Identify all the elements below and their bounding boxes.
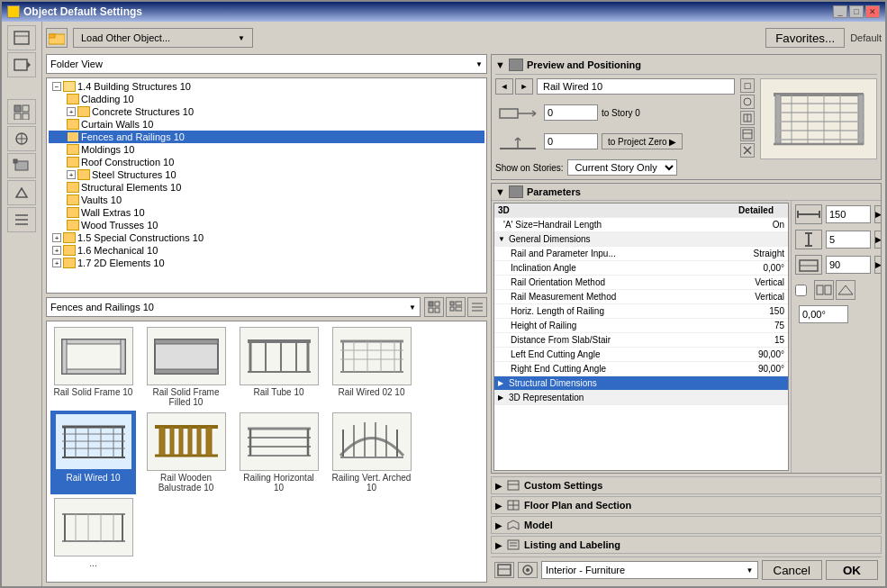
tree-item-cladding[interactable]: Cladding 10 (49, 93, 484, 105)
object-rail-wooden[interactable]: Rail Wooden Balustrade 10 (143, 411, 229, 494)
object-rail-tube[interactable]: Rail Tube 10 (236, 325, 321, 409)
rail-wired-thumb (54, 412, 133, 471)
tree-item-special[interactable]: + 1.5 Special Constructions 10 (49, 231, 484, 244)
expand-2d[interactable]: + (52, 258, 61, 267)
ctrl-icon-4a (814, 280, 834, 300)
ctrl-btn-2[interactable]: ▶ (874, 231, 881, 249)
to-story-input[interactable] (544, 104, 598, 121)
custom-settings-section[interactable]: ▶ Custom Settings (491, 476, 882, 494)
sidebar-tool-1[interactable] (7, 25, 36, 50)
svg-rect-25 (456, 307, 462, 311)
tree-item-roof[interactable]: Roof Construction 10 (49, 156, 484, 168)
title-bar: Object Default Settings _ □ ✕ (2, 2, 885, 22)
sidebar-tool-6[interactable] (7, 180, 36, 205)
sidebar-tool-3[interactable] (7, 99, 36, 124)
load-other-object-button[interactable]: Load Other Object... ▼ (73, 28, 253, 48)
expand-building[interactable]: − (52, 82, 61, 91)
maximize-button[interactable]: □ (849, 5, 864, 18)
expand-steel[interactable]: + (67, 170, 76, 179)
parameters-table: 3D Detailed 'A' Size=Handrail Length On (493, 203, 789, 471)
title-bar-left: Object Default Settings (7, 5, 142, 18)
nav-next-button[interactable]: ► (515, 78, 533, 95)
object-railing-vert-arched[interactable]: Railing Vert. Arched 10 (329, 411, 414, 494)
object-rail-wired[interactable]: Rail Wired 10 (50, 411, 136, 494)
expand-mechanical[interactable]: + (52, 246, 61, 255)
tree-item-concrete[interactable]: + Concrete Structures 10 (49, 105, 484, 118)
sidebar-tool-5[interactable] (7, 153, 36, 178)
tree-item-moldings[interactable]: Moldings 10 (49, 143, 484, 156)
param-row-distance[interactable]: Distance From Slab/Stair 15 (494, 333, 788, 348)
param-row-measurement[interactable]: Rail Measurement Method Vertical (494, 290, 788, 304)
tree-item-structural[interactable]: Structural Elements 10 (49, 181, 484, 194)
ctrl-btn-3[interactable]: ▶ (874, 256, 881, 274)
nav-prev-button[interactable]: ◄ (495, 78, 513, 95)
cancel-button[interactable]: Cancel (762, 560, 823, 580)
ctrl-btn-1[interactable]: ▶ (874, 205, 881, 223)
tree-item-wall-extras[interactable]: Wall Extras 10 (49, 206, 484, 219)
ctrl-input-3[interactable] (826, 256, 871, 274)
params-collapse-arrow[interactable]: ▼ (495, 186, 505, 197)
ctrl-checkbox-4[interactable] (795, 285, 807, 296)
preview-side-btn-3[interactable] (740, 111, 755, 125)
tree-item-steel[interactable]: + Steel Structures 10 (49, 168, 484, 181)
param-row-horiz-length[interactable]: Horiz. Length of Railing 150 (494, 304, 788, 319)
param-row-inclination[interactable]: Inclination Angle 0,00° (494, 261, 788, 276)
ok-button[interactable]: OK (826, 560, 878, 580)
favorites-button[interactable]: Favorites... (765, 28, 845, 48)
model-section[interactable]: ▶ Model (491, 516, 882, 534)
category-dropdown[interactable]: Fences and Railings 10 ▼ (46, 297, 421, 317)
expand-concrete[interactable]: + (67, 107, 76, 116)
param-row-general-dims[interactable]: ▼General Dimensions (494, 232, 788, 247)
folder-vaults (67, 194, 79, 205)
param-row-orientation[interactable]: Rail Orientation Method Vertical (494, 276, 788, 290)
sidebar-tool-4[interactable] (7, 126, 36, 151)
param-row-height[interactable]: Height of Railing 75 (494, 319, 788, 333)
object-more[interactable]: ... (50, 496, 136, 570)
stories-dropdown[interactable]: Current Story Only All Stories Home Stor… (567, 159, 677, 176)
folder-view-dropdown[interactable]: Folder View ▼ (46, 54, 487, 74)
preview-side-btn-5[interactable] (740, 143, 755, 158)
object-rail-wired-02[interactable]: Rail Wired 02 10 (329, 325, 414, 409)
sidebar-tool-7[interactable] (7, 207, 36, 232)
param-row-left-cutting[interactable]: Left End Cutting Angle 90,00° (494, 348, 788, 362)
object-rail-solid-frame[interactable]: Rail Solid Frame 10 (50, 325, 136, 409)
object-railing-horizontal[interactable]: Railing Horizontal 10 (236, 411, 321, 494)
preview-collapse-arrow[interactable]: ▼ (495, 59, 505, 70)
param-row-right-cutting[interactable]: Right End Cutting Angle 90,00° (494, 362, 788, 376)
bottom-left: Fences and Railings 10 ▼ (46, 297, 487, 583)
param-row-structural-dims[interactable]: ▶Structural Dimensions (494, 376, 788, 391)
ctrl-input-2[interactable] (826, 231, 871, 249)
preview-side-btn-2[interactable] (740, 95, 755, 109)
param-row-handrail[interactable]: 'A' Size=Handrail Length On (494, 218, 788, 232)
sidebar-tool-2[interactable] (7, 52, 36, 77)
preview-side-btn-4[interactable] (740, 127, 755, 141)
preview-side-btn-1[interactable]: □ (740, 78, 755, 93)
folder-icon-btn[interactable] (46, 28, 68, 48)
show-on-stories-label: Show on Stories: (495, 163, 564, 173)
layer-dropdown[interactable]: Interior - Furniture ▼ (541, 561, 758, 579)
to-project-input[interactable] (544, 133, 598, 149)
grid-view-button[interactable] (467, 297, 487, 317)
to-project-button[interactable]: to Project Zero ▶ (602, 133, 683, 149)
tree-item-curtain[interactable]: Curtain Walls 10 (49, 118, 484, 131)
tree-item-mechanical[interactable]: + 1.6 Mechanical 10 (49, 244, 484, 257)
ctrl-input-1[interactable] (826, 205, 871, 223)
tree-item-fences[interactable]: Fences and Railings 10 (49, 131, 484, 143)
category-bar: Fences and Railings 10 ▼ (46, 297, 487, 317)
tree-item-vaults[interactable]: Vaults 10 (49, 194, 484, 206)
tree-item-building[interactable]: − 1.4 Building Structures 10 (49, 80, 484, 93)
expand-special[interactable]: + (52, 233, 61, 242)
angle-input[interactable] (799, 305, 848, 323)
tree-item-wood-trusses[interactable]: Wood Trusses 10 (49, 219, 484, 231)
tree-item-2d[interactable]: + 1.7 2D Elements 10 (49, 257, 484, 269)
settings-view-button[interactable] (424, 297, 444, 317)
close-button[interactable]: ✕ (865, 5, 880, 18)
param-row-rail-param[interactable]: Rail and Parameter Inpu... Straight (494, 247, 788, 261)
param-row-3d-rep[interactable]: ▶3D Representation (494, 391, 788, 405)
list-view-button[interactable] (446, 297, 466, 317)
parameters-section: ▼ Parameters 3D Detailed (491, 183, 882, 474)
listing-section[interactable]: ▶ Listing and Labeling (491, 536, 882, 554)
minimize-button[interactable]: _ (833, 5, 847, 18)
floor-plan-section[interactable]: ▶ Floor Plan and Section (491, 496, 882, 514)
object-rail-solid-frame-filled[interactable]: Rail Solid Frame Filled 10 (143, 325, 229, 409)
